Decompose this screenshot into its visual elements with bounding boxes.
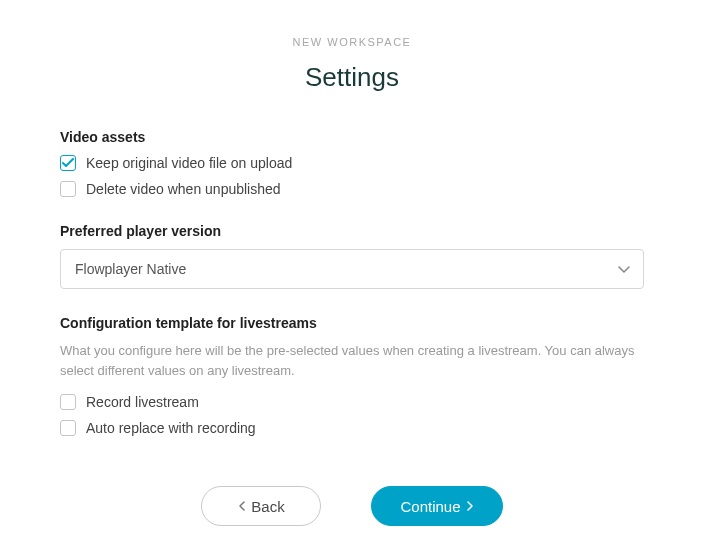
player-version-selected: Flowplayer Native xyxy=(75,261,186,277)
livestream-template-helper: What you configure here will be the pre-… xyxy=(60,341,644,380)
back-button[interactable]: Back xyxy=(201,486,321,526)
option-auto-replace-label: Auto replace with recording xyxy=(86,420,256,436)
player-version-heading: Preferred player version xyxy=(60,223,644,239)
option-keep-original-label: Keep original video file on upload xyxy=(86,155,292,171)
checkbox-record-livestream[interactable] xyxy=(60,394,76,410)
continue-button-label: Continue xyxy=(400,498,460,515)
option-keep-original[interactable]: Keep original video file on upload xyxy=(60,155,644,171)
option-record-livestream-label: Record livestream xyxy=(86,394,199,410)
back-button-label: Back xyxy=(251,498,284,515)
section-livestream-template: Configuration template for livestreams W… xyxy=(60,315,644,436)
player-version-select[interactable]: Flowplayer Native xyxy=(60,249,644,289)
chevron-right-icon xyxy=(467,501,474,511)
option-auto-replace[interactable]: Auto replace with recording xyxy=(60,420,644,436)
checkbox-delete-unpublished[interactable] xyxy=(60,181,76,197)
option-delete-unpublished[interactable]: Delete video when unpublished xyxy=(60,181,644,197)
video-assets-heading: Video assets xyxy=(60,129,644,145)
page-title: Settings xyxy=(60,62,644,93)
check-icon xyxy=(62,158,74,168)
continue-button[interactable]: Continue xyxy=(371,486,502,526)
section-player-version: Preferred player version Flowplayer Nati… xyxy=(60,223,644,289)
wizard-step-eyebrow: NEW WORKSPACE xyxy=(60,36,644,48)
livestream-template-heading: Configuration template for livestreams xyxy=(60,315,644,331)
option-record-livestream[interactable]: Record livestream xyxy=(60,394,644,410)
checkbox-keep-original[interactable] xyxy=(60,155,76,171)
option-delete-unpublished-label: Delete video when unpublished xyxy=(86,181,281,197)
chevron-left-icon xyxy=(238,501,245,511)
checkbox-auto-replace[interactable] xyxy=(60,420,76,436)
wizard-button-row: Back Continue xyxy=(60,486,644,526)
section-video-assets: Video assets Keep original video file on… xyxy=(60,129,644,197)
